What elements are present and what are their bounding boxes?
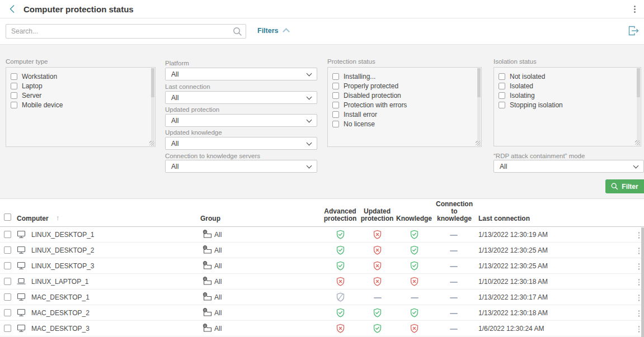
computer-type-label: Computer type [6, 58, 48, 65]
updated-protection-select[interactable]: All [165, 114, 317, 127]
filter-option[interactable]: Server [11, 91, 149, 100]
table-header: Computer ↑ Group Advanced protection Upd… [0, 199, 644, 227]
last-connection-value: 1/13/2022 12:30:19 AM [478, 231, 548, 239]
checkbox[interactable] [332, 102, 339, 108]
computer-name: LINUX_DESKTOP_1 [31, 231, 95, 239]
filter-option[interactable]: Mobile device [11, 100, 149, 110]
filter-option[interactable]: Laptop [11, 81, 149, 91]
header-menu-icon[interactable] [632, 4, 637, 15]
select-all-checkbox[interactable] [4, 213, 11, 221]
connection-to-knowledge-status-none [449, 230, 458, 238]
row-checkbox[interactable] [4, 293, 11, 301]
resize-grip-icon[interactable] [149, 141, 154, 146]
protection-status-listbox: Installing...Properly protectedDisabled … [327, 67, 482, 147]
row-checkbox[interactable] [4, 246, 11, 254]
row-checkbox[interactable] [4, 262, 11, 269]
checkbox[interactable] [332, 111, 339, 118]
table-row[interactable]: MAC_DESKTOP_3All1/6/2022 12:30:24 AM [0, 321, 644, 336]
filter-button[interactable]: Filter [605, 179, 644, 193]
filter-option[interactable]: Installing... [332, 72, 476, 81]
scrollbar[interactable] [637, 68, 640, 145]
checkbox[interactable] [332, 73, 339, 80]
filter-button-label: Filter [622, 183, 638, 191]
sort-ascending-icon[interactable]: ↑ [56, 213, 60, 222]
row-checkbox[interactable] [4, 278, 11, 285]
filter-option[interactable]: No license [332, 119, 476, 129]
row-checkbox[interactable] [4, 231, 11, 238]
table-row[interactable]: LINUX_DESKTOP_3All1/13/2022 12:30:25 AM [0, 258, 644, 274]
scrollbar[interactable] [477, 68, 481, 146]
checkbox[interactable] [11, 73, 17, 80]
filter-option[interactable]: Not isolated [499, 72, 635, 81]
filter-option-label: Installing... [344, 73, 375, 80]
filter-option[interactable]: Stopping isolation [499, 100, 635, 110]
back-button[interactable] [9, 4, 15, 13]
row-menu-icon[interactable] [637, 231, 641, 240]
table-row[interactable]: LINUX_DESKTOP_1All1/13/2022 12:30:19 AM [0, 227, 644, 243]
filter-option[interactable]: Isolated [499, 81, 635, 91]
scrollbar[interactable] [151, 68, 154, 146]
updated-knowledge-label: Updated knowledge [165, 129, 222, 136]
rdp-mode-select[interactable]: All [493, 160, 644, 173]
checkbox[interactable] [11, 102, 17, 108]
filter-option[interactable]: Protection with errors [332, 100, 476, 110]
updated-knowledge-select-value: All [171, 140, 178, 148]
table-row[interactable]: MAC_DESKTOP_1All1/13/2022 12:30:17 AM [0, 289, 644, 305]
filter-option-label: Not isolated [510, 73, 545, 80]
checkbox[interactable] [11, 92, 17, 99]
updated-protection-status-none [373, 292, 382, 300]
row-checkbox[interactable] [4, 309, 11, 316]
search-icon[interactable] [233, 27, 242, 39]
search-toolbar: Filters [0, 18, 644, 45]
group-name: All [214, 325, 222, 333]
checkbox[interactable] [332, 83, 339, 89]
chevron-down-icon [633, 163, 639, 168]
filter-option[interactable]: Isolating [499, 91, 635, 100]
vertical-scrollbar[interactable] [641, 227, 644, 337]
updated-protection-status-ok-shield-icon [373, 324, 382, 335]
row-menu-icon[interactable] [637, 293, 641, 302]
knowledge-servers-select[interactable]: All [165, 160, 317, 173]
table-row[interactable]: LINUX_DESKTOP_2All1/13/2022 12:30:25 AM [0, 243, 644, 258]
group-name: All [214, 262, 222, 270]
last-connection-select[interactable]: All [165, 91, 317, 104]
column-computer[interactable]: Computer [17, 215, 49, 222]
filters-toggle[interactable]: Filters [257, 27, 289, 35]
row-menu-icon[interactable] [637, 278, 641, 287]
back-chevron-icon [11, 6, 14, 12]
search-input[interactable] [6, 24, 246, 39]
knowledge-status-ok-shield-icon [410, 261, 419, 272]
resize-grip-icon[interactable] [635, 140, 640, 145]
checkbox[interactable] [499, 73, 505, 80]
row-menu-icon[interactable] [637, 309, 641, 318]
row-menu-icon[interactable] [637, 246, 641, 255]
chevron-down-icon [307, 117, 312, 122]
checkbox[interactable] [499, 83, 505, 89]
protection-status-label: Protection status [327, 58, 375, 65]
platform-select[interactable]: All [165, 68, 317, 80]
knowledge-status-none [410, 292, 419, 300]
checkbox[interactable] [11, 83, 17, 89]
table-row[interactable]: LINUX_LAPTOP_1All1/10/2022 12:30:18 AM [0, 274, 644, 289]
checkbox[interactable] [332, 92, 339, 99]
connection-to-knowledge-status-none [449, 261, 458, 269]
row-menu-icon[interactable] [637, 325, 641, 334]
checkbox[interactable] [499, 102, 505, 108]
filter-option[interactable]: Disabled protection [332, 91, 476, 100]
filter-option[interactable]: Workstation [11, 72, 149, 81]
export-icon[interactable] [627, 25, 640, 39]
isolation-status-listbox: Not isolatedIsolatedIsolatingStopping is… [493, 67, 641, 146]
checkbox[interactable] [332, 121, 339, 127]
table-row[interactable]: MAC_DESKTOP_2All1/13/2022 12:30:18 AM [0, 305, 644, 321]
connection-to-knowledge-status-none [449, 277, 458, 284]
row-menu-icon[interactable] [637, 262, 641, 271]
status-dash [450, 329, 458, 330]
row-checkbox[interactable] [4, 325, 11, 332]
platform-label: Platform [165, 60, 189, 67]
resize-grip-icon[interactable] [476, 141, 481, 146]
filter-option[interactable]: Install error [332, 110, 476, 119]
filter-option[interactable]: Properly protected [332, 81, 476, 91]
updated-knowledge-select[interactable]: All [165, 137, 317, 150]
connection-to-knowledge-status-none [449, 308, 458, 316]
checkbox[interactable] [499, 92, 505, 99]
